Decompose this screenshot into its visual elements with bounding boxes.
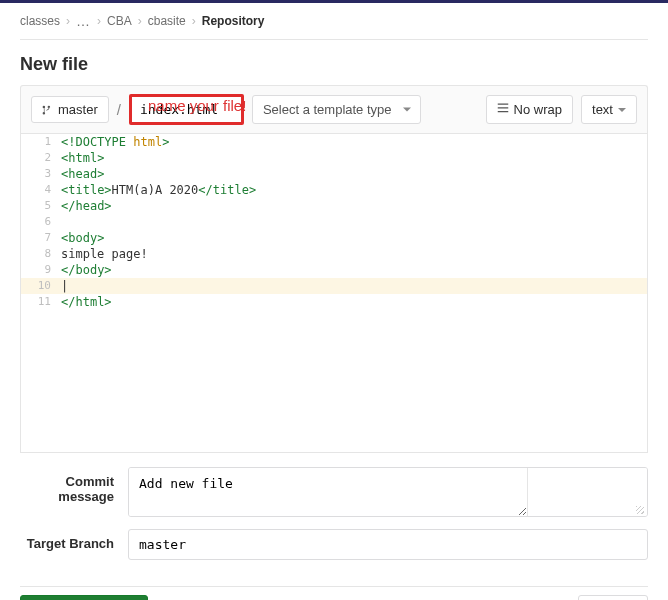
wrap-icon — [497, 102, 509, 117]
form-actions: Commit changes Cancel — [20, 586, 648, 600]
code-line[interactable]: 4<title>HTM(a)A 2020</title> — [21, 182, 647, 198]
code-line[interactable]: 7<body> — [21, 230, 647, 246]
commit-changes-button[interactable]: Commit changes — [20, 595, 148, 600]
chevron-down-icon — [618, 108, 626, 116]
code-content[interactable]: simple page! — [61, 246, 647, 262]
line-number: 5 — [21, 198, 61, 214]
line-number: 7 — [21, 230, 61, 246]
branch-selector[interactable]: master — [31, 96, 109, 123]
editor-toolbar: master / Select a template type No wrap … — [20, 85, 648, 133]
mode-label: text — [592, 102, 613, 117]
breadcrumb-sep: › — [66, 14, 70, 28]
mode-button[interactable]: text — [581, 95, 637, 124]
code-content[interactable] — [61, 214, 647, 230]
breadcrumb-overflow[interactable]: … — [76, 13, 91, 29]
line-number: 8 — [21, 246, 61, 262]
code-content[interactable]: <!DOCTYPE html> — [61, 134, 647, 150]
line-number: 11 — [21, 294, 61, 310]
code-content[interactable]: <head> — [61, 166, 647, 182]
line-number: 1 — [21, 134, 61, 150]
breadcrumb-item[interactable]: cbasite — [148, 14, 186, 28]
line-number: 10 — [21, 278, 61, 294]
page-title: New file — [20, 54, 648, 75]
nowrap-label: No wrap — [514, 102, 562, 117]
path-separator: / — [117, 101, 121, 118]
code-line[interactable]: 1<!DOCTYPE html> — [21, 134, 647, 150]
breadcrumb: classes › … › CBA › cbasite › Repository — [20, 3, 648, 40]
code-content[interactable]: </body> — [61, 262, 647, 278]
filename-input[interactable] — [129, 94, 244, 125]
code-line[interactable]: 6 — [21, 214, 647, 230]
nowrap-button[interactable]: No wrap — [486, 95, 573, 124]
code-line[interactable]: 5</head> — [21, 198, 647, 214]
target-branch-input[interactable] — [128, 529, 648, 560]
code-content[interactable]: </head> — [61, 198, 647, 214]
cancel-button[interactable]: Cancel — [578, 595, 648, 600]
line-number: 9 — [21, 262, 61, 278]
code-content[interactable]: <body> — [61, 230, 647, 246]
breadcrumb-item[interactable]: classes — [20, 14, 60, 28]
breadcrumb-sep: › — [97, 14, 101, 28]
code-line[interactable]: 9</body> — [21, 262, 647, 278]
code-editor[interactable]: 1<!DOCTYPE html>2<html>3<head>4<title>HT… — [20, 133, 648, 453]
branch-name: master — [58, 102, 98, 117]
code-content[interactable] — [61, 278, 647, 294]
code-content[interactable]: <html> — [61, 150, 647, 166]
breadcrumb-current: Repository — [202, 14, 265, 28]
line-number: 4 — [21, 182, 61, 198]
breadcrumb-item[interactable]: CBA — [107, 14, 132, 28]
code-content[interactable]: <title>HTM(a)A 2020</title> — [61, 182, 647, 198]
code-line[interactable]: 2<html> — [21, 150, 647, 166]
line-number: 3 — [21, 166, 61, 182]
commit-message-input[interactable] — [129, 468, 527, 516]
line-number: 2 — [21, 150, 61, 166]
code-line[interactable]: 11</html> — [21, 294, 647, 310]
target-branch-label: Target Branch — [20, 529, 128, 551]
branch-icon — [42, 104, 52, 116]
commit-side-panel — [527, 468, 647, 516]
breadcrumb-sep: › — [192, 14, 196, 28]
commit-message-label: Commit message — [20, 467, 128, 504]
code-line[interactable]: 3<head> — [21, 166, 647, 182]
commit-form: Commit message Target Branch — [20, 453, 648, 586]
template-select[interactable]: Select a template type — [252, 95, 421, 124]
breadcrumb-sep: › — [138, 14, 142, 28]
code-line[interactable]: 8simple page! — [21, 246, 647, 262]
code-line[interactable]: 10 — [21, 278, 647, 294]
line-number: 6 — [21, 214, 61, 230]
code-content[interactable]: </html> — [61, 294, 647, 310]
